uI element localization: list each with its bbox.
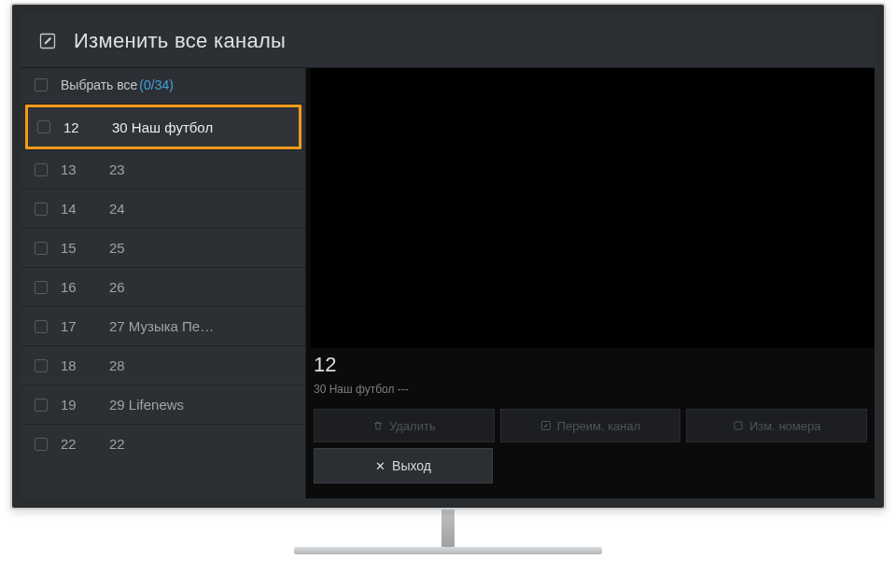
select-all-checkbox[interactable] xyxy=(35,78,48,91)
action-row: Удалить Переим. канал Изм. xyxy=(314,409,867,442)
channel-name: 30 Наш футбол xyxy=(112,119,289,135)
channel-name: 25 xyxy=(109,240,296,256)
channel-name: 22 xyxy=(109,436,296,452)
select-all-label: Выбрать все xyxy=(61,77,137,92)
channel-checkbox[interactable] xyxy=(35,163,48,176)
delete-label: Удалить xyxy=(389,419,436,433)
channel-sidebar: Выбрать все (0/34) 1230 Наш футбол132314… xyxy=(21,68,306,498)
channel-name: 24 xyxy=(109,201,296,217)
channel-number: 12 xyxy=(63,119,112,135)
channel-checkbox[interactable] xyxy=(37,120,50,133)
channel-checkbox[interactable] xyxy=(35,242,48,255)
delete-button[interactable]: Удалить xyxy=(314,409,495,442)
channel-checkbox[interactable] xyxy=(35,320,48,333)
channel-checkbox[interactable] xyxy=(35,399,48,412)
renumber-label: Изм. номера xyxy=(749,419,821,433)
channel-row[interactable]: 1929 Lifenews xyxy=(21,385,305,424)
channel-number: 14 xyxy=(61,201,109,217)
channel-row[interactable]: 1727 Музыка Пе… xyxy=(21,306,305,345)
edit-small-icon xyxy=(540,420,552,431)
body: Выбрать все (0/34) 1230 Наш футбол132314… xyxy=(21,68,875,498)
channel-checkbox[interactable] xyxy=(35,359,48,372)
channel-row[interactable]: 1828 xyxy=(21,345,305,385)
channel-number: 19 xyxy=(61,397,109,413)
tv-frame: Изменить все каналы Выбрать все (0/34) 1… xyxy=(10,3,886,510)
channel-row[interactable]: 1525 xyxy=(21,228,305,267)
screen: Изменить все каналы Выбрать все (0/34) 1… xyxy=(21,14,875,498)
tv-stand-base xyxy=(294,547,602,554)
info-panel: 12 30 Наш футбол --- Удалить xyxy=(314,353,867,483)
channel-number: 18 xyxy=(61,357,109,373)
channel-row[interactable]: 2222 xyxy=(21,424,305,463)
channel-row[interactable]: 1424 xyxy=(21,189,305,228)
tv-stand-neck xyxy=(441,510,455,547)
channel-number: 22 xyxy=(61,436,109,452)
channel-list[interactable]: 1230 Наш футбол13231424152516261727 Музы… xyxy=(21,105,305,498)
exit-row: ✕ Выход xyxy=(314,448,867,483)
channel-row[interactable]: 1626 xyxy=(21,267,305,306)
content-area: 12 30 Наш футбол --- Удалить xyxy=(306,68,875,498)
rename-button[interactable]: Переим. канал xyxy=(500,409,681,442)
channel-row[interactable]: 1230 Наш футбол xyxy=(25,105,301,149)
exit-label: Выход xyxy=(392,458,431,473)
trash-icon xyxy=(372,420,384,431)
channel-number: 17 xyxy=(61,318,109,334)
preview-area xyxy=(311,68,875,348)
select-all-row[interactable]: Выбрать все (0/34) xyxy=(21,68,305,105)
edit-icon xyxy=(38,32,57,50)
channel-number: 13 xyxy=(61,161,109,177)
number-icon xyxy=(733,420,744,431)
channel-row[interactable]: 1323 xyxy=(21,149,305,189)
channel-checkbox[interactable] xyxy=(35,281,48,294)
rename-label: Переим. канал xyxy=(557,419,641,433)
channel-name: 26 xyxy=(109,279,296,295)
page-title: Изменить все каналы xyxy=(74,29,286,53)
channel-name: 29 Lifenews xyxy=(109,397,296,413)
header: Изменить все каналы xyxy=(21,14,875,68)
channel-number: 15 xyxy=(61,240,109,256)
selected-channel-name: 30 Наш футбол --- xyxy=(314,383,867,396)
channel-checkbox[interactable] xyxy=(35,438,48,451)
svg-rect-2 xyxy=(735,422,742,429)
channel-checkbox[interactable] xyxy=(35,203,48,216)
selected-channel-number: 12 xyxy=(314,353,867,377)
channel-name: 27 Музыка Пе… xyxy=(109,318,296,334)
channel-name: 28 xyxy=(109,357,296,373)
close-icon: ✕ xyxy=(375,460,385,472)
channel-name: 23 xyxy=(109,161,296,177)
renumber-button[interactable]: Изм. номера xyxy=(686,409,867,442)
channel-number: 16 xyxy=(61,279,109,295)
exit-button[interactable]: ✕ Выход xyxy=(314,448,493,483)
select-all-count: (0/34) xyxy=(139,77,174,92)
